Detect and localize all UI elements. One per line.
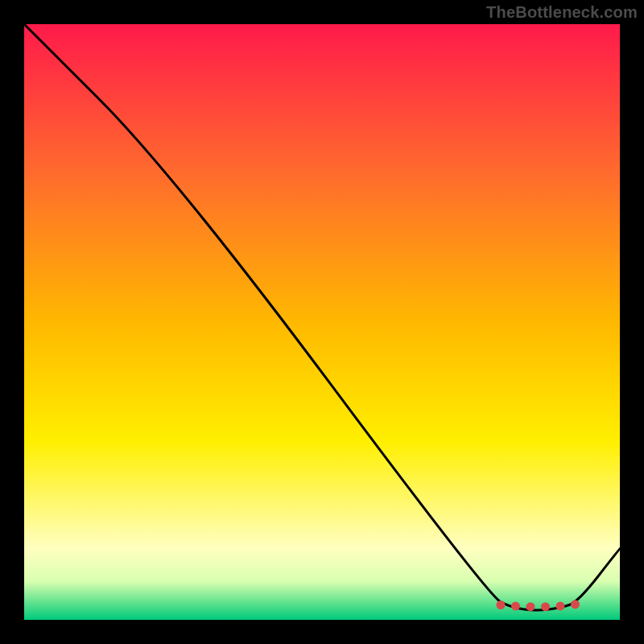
chart-svg xyxy=(24,24,620,620)
attribution-label: TheBottleneck.com xyxy=(486,3,638,22)
optimum-marker xyxy=(556,601,565,610)
optimum-marker xyxy=(511,601,520,610)
optimum-marker xyxy=(497,601,506,609)
optimum-marker xyxy=(541,602,550,611)
plot-area xyxy=(24,24,620,620)
optimum-marker xyxy=(526,602,535,611)
chart-frame: TheBottleneck.com xyxy=(0,0,644,644)
optimum-marker xyxy=(571,600,580,609)
